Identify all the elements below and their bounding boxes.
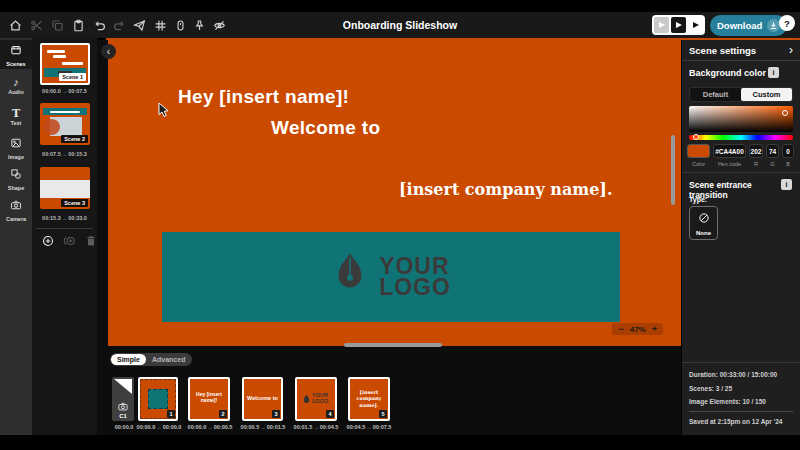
mini-text-line (47, 50, 65, 53)
timeline-tile-2[interactable]: Hey [insert name]! 2 (188, 377, 230, 421)
saturation-marker[interactable] (782, 110, 788, 116)
hide-eye-icon[interactable] (212, 18, 227, 33)
undo-icon[interactable] (92, 18, 107, 33)
element-end: 00:04.5 (320, 424, 339, 430)
arrow: → (312, 424, 320, 430)
sidebar-item-shape[interactable]: Shape (0, 164, 32, 193)
color-swatch[interactable] (687, 144, 710, 158)
paste-icon[interactable] (71, 18, 86, 33)
top-toolbar: Onboarding Slideshow Download ? (0, 12, 800, 38)
sidebar-item-audio[interactable]: ♪ Audio (0, 71, 32, 100)
arrow: → (206, 424, 214, 430)
canvas-company-text[interactable]: [insert company name]. (399, 180, 613, 199)
sidebar-item-camera[interactable]: Camera (0, 195, 32, 224)
element-end: 00:07.5 (373, 424, 392, 430)
timeline-tile-5[interactable]: [insert company name]. 5 (348, 377, 390, 421)
redo-icon[interactable] (112, 18, 127, 33)
mouse-icon[interactable] (173, 18, 188, 33)
scene-end: 00:33.0 (68, 215, 87, 221)
scene-time-range: 00:07.5→00:15.3 (32, 151, 97, 157)
sidebar-label: Scenes (6, 61, 25, 67)
collapse-panel-button[interactable]: ‹ (101, 44, 116, 59)
g-field-label: G (766, 161, 779, 167)
home-icon[interactable] (8, 18, 23, 33)
mini-highlight-circle (43, 119, 60, 135)
timeline-tile-3[interactable]: Welcome to 3 (242, 377, 283, 421)
arrow: → (259, 424, 267, 430)
slide-canvas[interactable]: ‹ Hey [insert name]! Welcome to [insert … (108, 40, 681, 346)
transition-none-option[interactable]: None (689, 206, 718, 240)
color-field-label: Color (687, 161, 710, 167)
element-number-badge: 1 (167, 410, 175, 418)
arrow: → (155, 424, 163, 430)
zoom-out-button[interactable]: − (618, 324, 623, 334)
play-icon (659, 22, 665, 28)
play-all-button[interactable] (688, 17, 703, 33)
tab-default[interactable]: Default (690, 88, 741, 101)
blue-field[interactable]: 0 (782, 144, 794, 158)
canvas-zoom-control: − 47% + (612, 323, 663, 335)
sidebar-item-text[interactable]: T Text (0, 102, 32, 131)
hue-slider[interactable] (689, 135, 793, 140)
duplicate-scene-button[interactable] (63, 234, 76, 247)
play-scene-button[interactable] (671, 17, 686, 33)
help-button[interactable]: ? (779, 15, 795, 31)
send-icon[interactable] (132, 18, 147, 33)
copy-icon[interactable] (50, 18, 65, 33)
element-time-range: 00:00.0→00:00.5 (181, 424, 239, 430)
background-color-tabs: Default Custom (689, 87, 793, 102)
transition-none-label: None (696, 230, 711, 236)
play-icon (676, 22, 682, 28)
element-number-badge: 5 (379, 410, 387, 418)
pin-icon[interactable] (192, 18, 207, 33)
b-field-label: B (782, 161, 794, 167)
element-start: 00:04.5 (347, 424, 366, 430)
sidebar-label: Audio (8, 89, 24, 95)
vertical-scrollbar[interactable] (671, 135, 675, 205)
scene-thumbnail-3[interactable]: Scene 3 (40, 167, 90, 209)
tab-custom[interactable]: Custom (741, 88, 792, 101)
delete-scene-button[interactable] (84, 234, 97, 247)
sidebar-item-scenes[interactable]: Scenes (0, 40, 32, 69)
scene-start: 00:07.5 (42, 151, 61, 157)
timeline-tile-4[interactable]: YOUR LOGO 4 (295, 377, 337, 421)
saturation-picker[interactable] (689, 106, 793, 132)
info-icon[interactable]: i (768, 67, 779, 78)
canvas-heading-text[interactable]: Hey [insert name]! (178, 86, 349, 108)
horizontal-scrollbar[interactable] (344, 343, 442, 347)
scene-thumbnail-2[interactable]: Scene 2 (40, 103, 90, 145)
divider (36, 228, 93, 229)
mini-white-band (40, 180, 90, 198)
hue-marker[interactable] (693, 134, 699, 140)
scene-time-range: 00:15.3→00:33.0 (32, 215, 97, 221)
play-element-button[interactable] (654, 17, 669, 33)
info-icon[interactable]: i (781, 179, 792, 190)
element-text: Welcome to (244, 395, 281, 402)
sidebar-item-image[interactable]: Image (0, 133, 32, 162)
element-start: 00:00.0 (188, 424, 207, 430)
hex-code-field[interactable]: #CA4A00 (713, 144, 746, 158)
canvas-subheading-text[interactable]: Welcome to (271, 117, 380, 139)
scene-thumbnail-1[interactable]: Scene 1 (40, 43, 90, 85)
settings-header: Scene settings › (682, 40, 800, 61)
red-field[interactable]: 202 (749, 144, 763, 158)
green-field[interactable]: 74 (766, 144, 779, 158)
mode-simple-button[interactable]: Simple (111, 354, 146, 365)
camera-track-tile[interactable]: C1 (112, 377, 134, 421)
element-start: 00:01.5 (294, 424, 313, 430)
timeline-tile-1[interactable]: 1 (138, 377, 178, 421)
mode-advanced-button[interactable]: Advanced (146, 354, 191, 365)
logo-text: YOUR LOGO (379, 256, 451, 298)
logo-banner[interactable]: YOUR LOGO (162, 232, 620, 322)
cut-icon[interactable] (29, 18, 44, 33)
download-button[interactable]: Download (710, 15, 787, 36)
scene-start: 00:00.0 (42, 88, 61, 94)
chevron-right-icon[interactable]: › (789, 43, 793, 57)
scenes-icon (10, 42, 22, 60)
add-scene-button[interactable] (41, 234, 54, 247)
grid-icon[interactable] (153, 18, 168, 33)
zoom-in-button[interactable]: + (652, 324, 657, 334)
sidebar-label: Text (11, 120, 22, 126)
scene-list-panel: Scene 1 00:00.0→00:07.5 Scene 2 00:07.5→… (32, 38, 97, 435)
audio-icon: ♪ (13, 77, 19, 88)
